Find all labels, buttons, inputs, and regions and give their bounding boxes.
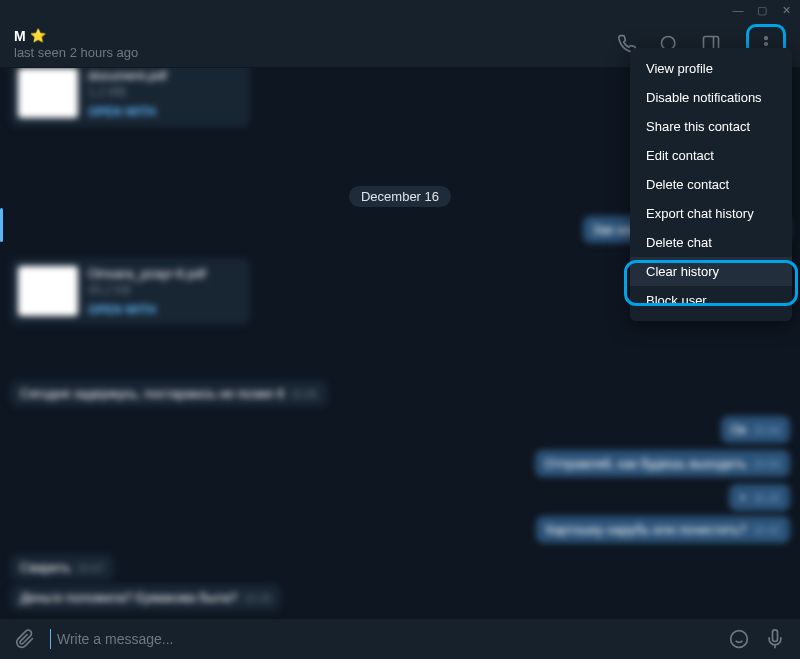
menu-delete-chat[interactable]: Delete chat (630, 228, 792, 257)
message-time: 15:07 (77, 562, 105, 574)
message-text: + (739, 490, 747, 505)
menu-delete-contact[interactable]: Delete contact (630, 170, 792, 199)
close-button[interactable]: ✕ (780, 4, 792, 16)
file-open-action[interactable]: OPEN WITH (88, 105, 242, 119)
message-out[interactable]: Отправляй, как будешь выходить15:04 (535, 450, 790, 477)
file-size: 1.2 MB (88, 85, 242, 99)
menu-block-user[interactable]: Block user (630, 286, 792, 315)
menu-disable-notifications[interactable]: Disable notifications (630, 83, 792, 112)
message-time: 16:42 (752, 524, 780, 536)
menu-export-history[interactable]: Export chat history (630, 199, 792, 228)
message-out[interactable]: Картошку нарубь или почистить?16:42 (536, 516, 790, 543)
menu-share-contact[interactable]: Share this contact (630, 112, 792, 141)
message-text: Сегодня задержусь, постараюсь не позже 8 (20, 386, 284, 401)
message-text: Отправляй, как будешь выходить (545, 456, 747, 471)
message-text: Сварить (20, 560, 71, 575)
maximize-button[interactable]: ▢ (756, 4, 768, 16)
smile-icon (729, 629, 749, 649)
minimize-button[interactable]: — (732, 4, 744, 16)
message-time: 15:25 (244, 592, 272, 604)
message-in[interactable]: Сварить15:07 (10, 554, 114, 581)
message-time: 16:26 (752, 492, 780, 504)
voice-button[interactable] (764, 628, 786, 650)
menu-view-profile[interactable]: View profile (630, 54, 792, 83)
message-file-in[interactable]: document.pdf 1.2 MB OPEN WITH (10, 68, 250, 127)
message-time: 15:05 (290, 388, 318, 400)
window-titlebar: — ▢ ✕ (0, 0, 800, 20)
file-thumbnail (18, 68, 78, 118)
attach-button[interactable] (14, 628, 36, 650)
date-divider: December 16 (349, 186, 451, 207)
message-composer (0, 618, 800, 659)
file-thumbnail (18, 266, 78, 316)
header-info[interactable]: M ⭐ last seen 2 hours ago (14, 28, 616, 60)
message-time: 15:04 (752, 458, 780, 470)
message-text: Картошку нарубь или почистить? (546, 522, 747, 537)
context-menu: View profile Disable notifications Share… (630, 48, 792, 321)
contact-name: M ⭐ (14, 28, 616, 44)
contact-name-text: M (14, 28, 26, 44)
svg-point-5 (765, 42, 768, 45)
file-name: document.pdf (88, 68, 242, 83)
message-input[interactable] (50, 629, 714, 649)
file-open-action[interactable]: OPEN WITH (88, 303, 242, 317)
message-file-in[interactable]: Oinsara_pzayr-6.pdf 45.2 KB OPEN WITH (10, 258, 250, 325)
emoji-button[interactable] (728, 628, 750, 650)
file-size: 45.2 KB (88, 283, 242, 297)
microphone-icon (765, 629, 785, 649)
message-in[interactable]: Деньги положила? Ермакова была?15:25 (10, 584, 281, 611)
message-out[interactable]: Ок15:04 (721, 416, 790, 443)
scroll-indicator (0, 208, 3, 242)
star-icon: ⭐ (30, 28, 46, 43)
svg-point-7 (731, 631, 748, 648)
svg-point-4 (765, 36, 768, 39)
message-text: Деньги положила? Ермакова была? (20, 590, 238, 605)
message-in[interactable]: Сегодня задержусь, постараюсь не позже 8… (10, 380, 328, 407)
menu-edit-contact[interactable]: Edit contact (630, 141, 792, 170)
menu-clear-history[interactable]: Clear history (630, 257, 792, 286)
contact-status: last seen 2 hours ago (14, 45, 616, 60)
message-text: Ок (731, 422, 747, 437)
message-out[interactable]: +16:26 (729, 484, 790, 511)
paperclip-icon (15, 629, 35, 649)
message-time: 15:04 (752, 424, 780, 436)
file-name: Oinsara_pzayr-6.pdf (88, 266, 242, 281)
